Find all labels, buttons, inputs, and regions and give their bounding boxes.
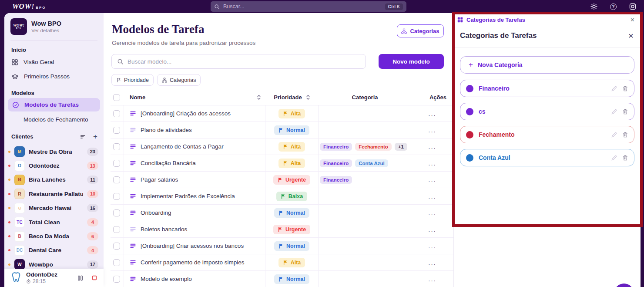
delete-trash-icon[interactable]: [622, 155, 628, 161]
select-all-checkbox[interactable]: [113, 94, 120, 101]
column-header-acoes: Ações: [429, 94, 446, 101]
org-subtitle[interactable]: Ver detalhes: [31, 28, 61, 33]
help-icon[interactable]: ?: [610, 3, 617, 10]
sidebar-item-visao-geral[interactable]: Visão Geral: [4, 55, 104, 69]
row-checkbox[interactable]: [113, 160, 120, 167]
row-actions-button[interactable]: ...: [428, 228, 436, 231]
stop-icon[interactable]: [91, 275, 97, 281]
org-profile[interactable]: WOW!BPO Wow BPO Ver detalhes: [10, 18, 97, 41]
priority-badge: Baixa: [276, 192, 307, 201]
stopwatch-icon: [26, 279, 31, 284]
top-navbar: WOW! BPO Buscar... Ctrl K ?: [0, 0, 644, 13]
category-item[interactable]: cs: [460, 103, 634, 120]
filter-categorias-chip[interactable]: Categorias: [157, 74, 201, 86]
app-logo: WOW! BPO: [12, 2, 46, 11]
row-checkbox[interactable]: [113, 143, 120, 150]
row-actions-button[interactable]: ...: [428, 212, 436, 214]
categorias-button[interactable]: Categorias: [397, 24, 444, 37]
row-checkbox[interactable]: [113, 209, 120, 216]
sidebar: WOW!BPO Wow BPO Ver detalhes Início Visã…: [4, 13, 104, 287]
drag-handle-icon[interactable]: [130, 110, 136, 117]
edit-pencil-icon[interactable]: [611, 132, 617, 138]
category-name: cs: [479, 108, 606, 115]
pause-icon[interactable]: [77, 275, 84, 281]
drag-handle-icon[interactable]: [130, 160, 136, 166]
model-search-input[interactable]: [127, 58, 360, 65]
global-search-input[interactable]: Buscar... Ctrl K: [211, 1, 406, 12]
close-icon[interactable]: ×: [628, 31, 634, 40]
category-item[interactable]: Financeiro: [460, 80, 634, 97]
row-actions-button[interactable]: ...: [428, 162, 436, 165]
sort-clients-icon[interactable]: [80, 134, 86, 140]
row-checkbox[interactable]: [113, 110, 120, 117]
drag-handle-icon[interactable]: [130, 259, 136, 266]
drag-handle-icon[interactable]: [130, 143, 136, 150]
edit-pencil-icon[interactable]: [611, 155, 617, 161]
instagram-icon[interactable]: [629, 3, 636, 10]
client-row[interactable]: TCTotal Clean4: [4, 215, 104, 229]
edit-pencil-icon[interactable]: [611, 85, 617, 92]
theme-toggle-icon[interactable]: [590, 3, 597, 10]
edit-pencil-icon[interactable]: [611, 108, 617, 115]
client-row[interactable]: DCDental Care4: [4, 243, 104, 257]
client-count-badge: 11: [87, 176, 98, 184]
section-label-clientes: Clientes: [11, 133, 73, 140]
drag-handle-icon[interactable]: [130, 193, 136, 199]
template-name: Implementar Padrões de Excelência: [141, 193, 235, 199]
client-row[interactable]: OOdontodez13: [4, 159, 104, 172]
client-row[interactable]: RRestaurante Pallatus10: [4, 187, 104, 201]
row-checkbox[interactable]: [113, 176, 120, 183]
row-checkbox[interactable]: [113, 259, 120, 266]
sort-icon[interactable]: [257, 95, 261, 100]
shortcut-badge: Ctrl K: [385, 3, 403, 10]
row-checkbox[interactable]: [113, 243, 120, 250]
filter-prioridade-chip[interactable]: Prioridade: [111, 74, 154, 86]
drag-handle-icon[interactable]: [130, 243, 136, 249]
client-row[interactable]: MMestre Da Obra23: [4, 145, 104, 159]
client-row[interactable]: BBeco Da Moda6: [4, 229, 104, 243]
delete-trash-icon[interactable]: [622, 108, 628, 115]
category-item[interactable]: Fechamento: [460, 126, 634, 143]
row-checkbox[interactable]: [113, 226, 120, 233]
sidebar-item-modelos-de-tarefas[interactable]: Modelos de Tarefas: [8, 98, 100, 111]
column-header-prioridade[interactable]: Prioridade: [274, 94, 302, 101]
drag-handle-icon[interactable]: [130, 127, 136, 133]
nova-categoria-button[interactable]: + Nova Categoria: [460, 56, 634, 74]
row-checkbox[interactable]: [113, 276, 120, 283]
drag-handle-icon[interactable]: [130, 226, 136, 233]
add-client-icon[interactable]: +: [93, 133, 97, 140]
row-actions-button[interactable]: ...: [428, 129, 436, 132]
row-actions-button[interactable]: ...: [428, 112, 436, 115]
client-avatar: R: [14, 189, 25, 199]
close-icon[interactable]: ×: [631, 17, 634, 24]
table-row: Conferir pagamento de imposto simplesAlt…: [111, 254, 453, 271]
sort-icon[interactable]: [306, 95, 310, 100]
row-actions-button[interactable]: ...: [428, 195, 436, 198]
row-actions-button[interactable]: ...: [428, 278, 436, 280]
row-actions-button[interactable]: ...: [428, 245, 436, 247]
sidebar-item-modelos-de-fechamento[interactable]: Modelos de Fechamento: [4, 112, 104, 127]
row-actions-button[interactable]: ...: [428, 145, 436, 148]
drag-handle-icon[interactable]: [130, 176, 136, 183]
client-row[interactable]: BBira Lanches11: [4, 173, 104, 187]
column-header-nome[interactable]: Nome: [130, 94, 145, 101]
drag-handle-icon[interactable]: [130, 276, 136, 282]
client-row[interactable]: ☺Mercado Hawai16: [4, 201, 104, 215]
client-count-badge: 4: [87, 246, 98, 254]
delete-trash-icon[interactable]: [622, 85, 628, 92]
sidebar-item-primeiros-passos[interactable]: Primeiros Passos: [4, 69, 104, 84]
client-avatar: O: [14, 161, 25, 171]
status-dot: [8, 249, 10, 251]
delete-trash-icon[interactable]: [622, 132, 628, 138]
row-checkbox[interactable]: [113, 127, 120, 134]
drag-handle-icon[interactable]: [130, 209, 136, 216]
category-list: FinanceirocsFechamentoConta Azul: [460, 80, 634, 166]
category-color-dot: [466, 85, 473, 92]
novo-modelo-button[interactable]: Novo modelo: [379, 54, 444, 69]
row-actions-button[interactable]: ...: [428, 179, 436, 181]
row-actions-button[interactable]: ...: [428, 261, 436, 264]
row-checkbox[interactable]: [113, 193, 120, 200]
category-color-dot: [466, 108, 473, 115]
client-avatar: DC: [14, 245, 25, 256]
category-item[interactable]: Conta Azul: [460, 149, 634, 166]
